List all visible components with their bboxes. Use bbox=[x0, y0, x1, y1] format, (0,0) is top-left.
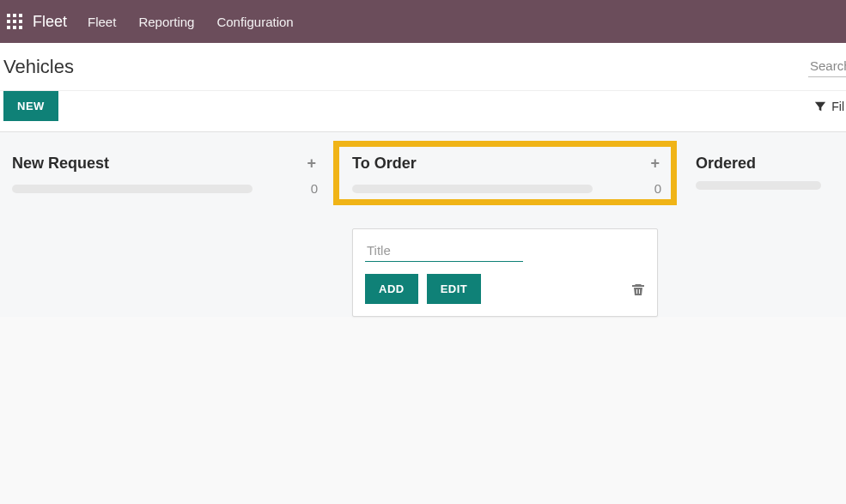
svg-rect-3 bbox=[7, 20, 10, 23]
svg-rect-4 bbox=[13, 20, 16, 23]
svg-rect-7 bbox=[13, 26, 16, 29]
column-title: New Request bbox=[12, 155, 109, 173]
add-button[interactable]: ADD bbox=[365, 274, 418, 304]
toolbar: NEW Fil bbox=[0, 91, 846, 132]
apps-icon[interactable] bbox=[7, 14, 22, 29]
filters-label: Fil bbox=[831, 100, 844, 113]
search-input[interactable]: Search bbox=[808, 57, 846, 77]
svg-rect-2 bbox=[19, 14, 22, 17]
column-ordered: Ordered bbox=[684, 146, 845, 317]
svg-rect-8 bbox=[19, 26, 22, 29]
quick-create-card: ADD EDIT bbox=[352, 228, 658, 317]
column-progress bbox=[696, 181, 821, 190]
filters-button[interactable]: Fil bbox=[814, 100, 844, 113]
nav-configuration[interactable]: Configuration bbox=[216, 15, 293, 29]
app-brand[interactable]: Fleet bbox=[33, 13, 67, 31]
svg-rect-1 bbox=[13, 14, 16, 17]
edit-button[interactable]: EDIT bbox=[427, 274, 482, 304]
svg-rect-5 bbox=[19, 20, 22, 23]
new-button[interactable]: NEW bbox=[3, 91, 58, 121]
add-record-icon[interactable]: + bbox=[648, 155, 661, 173]
nav-fleet[interactable]: Fleet bbox=[88, 15, 116, 29]
column-to-order: To Order + 0 ADD EDIT bbox=[340, 146, 684, 317]
column-progress bbox=[352, 185, 593, 193]
navbar: Fleet Fleet Reporting Configuration bbox=[0, 0, 846, 43]
title-input[interactable] bbox=[365, 241, 523, 262]
nav-reporting[interactable]: Reporting bbox=[138, 15, 194, 29]
column-progress bbox=[12, 185, 253, 193]
column-new-request: New Request + 0 bbox=[0, 146, 340, 317]
column-title: Ordered bbox=[696, 155, 756, 173]
add-record-icon[interactable]: + bbox=[305, 155, 318, 173]
column-count: 0 bbox=[654, 181, 661, 196]
svg-rect-6 bbox=[7, 26, 10, 29]
column-count: 0 bbox=[311, 181, 318, 196]
header-row: Vehicles Search bbox=[0, 43, 846, 91]
page-title: Vehicles bbox=[3, 56, 74, 78]
column-title: To Order bbox=[352, 155, 417, 173]
kanban-board: New Request + 0 To Order + 0 ADD EDIT bbox=[0, 132, 846, 317]
trash-icon[interactable] bbox=[631, 282, 645, 296]
svg-rect-0 bbox=[7, 14, 10, 17]
